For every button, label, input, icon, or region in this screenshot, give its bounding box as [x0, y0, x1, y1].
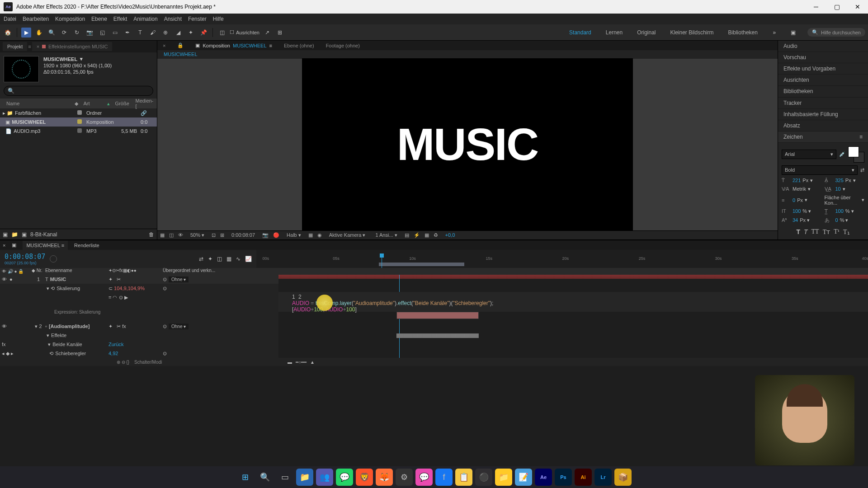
tsume-input[interactable]: 0 [835, 217, 838, 223]
panel-bibliotheken[interactable]: Bibliotheken [778, 86, 868, 97]
app-explorer[interactable]: 📁 [296, 469, 313, 486]
views-dropdown[interactable]: 1 Ansi... ▾ [373, 231, 400, 239]
layer-bar-music[interactable] [278, 275, 868, 279]
zoom-tool[interactable]: 🔍 [47, 28, 57, 38]
panel-audio[interactable]: Audio [778, 41, 868, 52]
workspace-lernen[interactable]: Lernen [603, 28, 625, 38]
mask-icon[interactable]: 👁 [178, 232, 183, 238]
grid-icon[interactable]: ⊞ [220, 232, 224, 238]
layer-audioamplitude[interactable]: 👁 ▾ 2 ▫ [Audioamplitude] ✦ ✂ fx ⊙ Ohne ▾ [0, 322, 278, 331]
align-checkbox[interactable]: ☐ Ausrichten [230, 29, 259, 35]
swap-colors-icon[interactable]: ⇄ [860, 167, 864, 173]
search-button[interactable]: 🔍 [256, 469, 274, 486]
rect-tool[interactable]: ▭ [110, 28, 120, 38]
transparent-icon[interactable]: ▦ [308, 232, 313, 238]
allcaps-button[interactable]: TT [811, 228, 819, 236]
app-illustrator[interactable]: Ai [575, 469, 592, 486]
app-messenger[interactable]: 💬 [415, 469, 433, 486]
tab-projekt[interactable]: Projekt [3, 42, 27, 51]
app-generic1[interactable]: ⚙ [396, 469, 413, 486]
workspace-panel-toggle[interactable]: ▣ [788, 28, 798, 38]
panel-absatz[interactable]: Absatz [778, 120, 868, 131]
res-dropdown[interactable]: Halb ▾ [284, 231, 304, 239]
maximize-button[interactable]: ▢ [826, 0, 847, 14]
timeline-icon[interactable]: ▦ [425, 232, 429, 238]
workspace-original[interactable]: Original [634, 28, 658, 38]
trash-icon[interactable]: 🗑 [149, 231, 154, 238]
work-area[interactable] [379, 263, 464, 266]
new-folder-icon[interactable]: 📁 [11, 231, 18, 238]
start-button[interactable]: ⊞ [236, 469, 254, 486]
tracking-input[interactable]: 10 [835, 186, 841, 192]
fill-over-stroke-dropdown[interactable]: Fläche über Kon... [825, 195, 860, 206]
selection-tool[interactable]: ▶ [21, 28, 31, 38]
time-ruler[interactable]: 00s 05s 10s 15s 20s 25s 30s 35s 40s [256, 250, 868, 268]
panel-vorschau[interactable]: Vorschau [778, 52, 868, 63]
leading-input[interactable]: 325 [835, 178, 844, 183]
comp-close-icon[interactable]: × [160, 41, 168, 50]
type-tool[interactable]: T [135, 28, 145, 38]
shy-icon[interactable]: ◫ [217, 256, 222, 262]
project-item-folder[interactable]: ▸ 📁 Farbflächen Ordner 🔗 [0, 108, 157, 117]
subscript-button[interactable]: T₁ [843, 228, 850, 236]
hscale-input[interactable]: 100 [835, 208, 844, 214]
comp-lock-icon[interactable]: 🔒 [175, 41, 186, 50]
rotation-tool[interactable]: ↻ [72, 28, 82, 38]
minimize-button[interactable]: ─ [806, 0, 826, 14]
zoom-out-icon[interactable]: ▬ [288, 360, 292, 365]
zoom-slider[interactable]: ━○━━ [296, 360, 307, 365]
workspace-bibl[interactable]: Bibliotheken [726, 28, 760, 38]
menu-datei[interactable]: Datei [4, 16, 16, 22]
menu-ansicht[interactable]: Ansicht [164, 16, 182, 22]
timecode-display[interactable]: 0:00:08:07 [229, 231, 258, 239]
expression-code[interactable]: AUDIO = thisComp.layer("Audioamplitude")… [292, 300, 854, 306]
toggle-switches-icon[interactable]: ⊕ [117, 360, 120, 365]
menu-hilfe[interactable]: Hilfe [213, 16, 224, 22]
taskview-button[interactable]: ▭ [276, 469, 293, 486]
workspace-standard[interactable]: Standard [566, 28, 594, 38]
panel-inhaltsbasiert[interactable]: Inhaltsbasierte Füllung [778, 109, 868, 120]
toggle-brackets-icon[interactable]: {} [126, 360, 129, 365]
new-comp-icon[interactable]: ▣ [22, 231, 27, 238]
app-generic3[interactable]: 📦 [614, 469, 632, 486]
menu-komposition[interactable]: Komposition [55, 16, 85, 22]
app-brave[interactable]: 🦁 [356, 469, 373, 486]
tab-ebene[interactable]: Ebene (ohne) [281, 41, 317, 50]
pan-behind-tool[interactable]: ◱ [97, 28, 107, 38]
prop-schieberegler[interactable]: ◂ ◆ ▸ ⟲ Schieberegler 4,92 ⊙ [0, 349, 278, 358]
draft3d-icon[interactable]: ✦ [208, 256, 212, 262]
chevron-down-icon[interactable]: ▾ [80, 56, 83, 62]
kerning-dropdown[interactable]: Metrik [793, 186, 806, 192]
close-button[interactable]: ✕ [847, 0, 868, 14]
font-size-input[interactable]: 221 [793, 178, 801, 183]
snap-grid-icon[interactable]: ⊞ [275, 28, 285, 38]
roto-tool[interactable]: ✦ [186, 28, 196, 38]
roi-icon[interactable]: ⊡ [212, 232, 216, 238]
font-family-dropdown[interactable]: Arial▾ [782, 150, 836, 159]
timeline-search[interactable] [45, 250, 199, 268]
project-item-audio[interactable]: 📄 AUDIO.mp3 MP3 5,5 MB0:0 [0, 127, 157, 136]
motion-blur-icon[interactable]: ∿ [236, 256, 241, 262]
fast-preview-icon[interactable]: ⚡ [414, 232, 420, 238]
app-firefox[interactable]: 🦊 [376, 469, 393, 486]
project-item-comp[interactable]: ▣ MUSICWHEEL Komposition 0:0 [0, 117, 157, 127]
switches-modes-label[interactable]: Schalter/Modi [134, 360, 162, 365]
layer-music[interactable]: 👁 ● 1 T MUSIC ✦ ✂ ⊙ Ohne ▾ [0, 275, 278, 284]
panel-ausrichten[interactable]: Ausrichten [778, 75, 868, 86]
snap-toggle[interactable]: ◫ [217, 28, 227, 38]
home-button[interactable]: 🏠 [3, 28, 13, 38]
snap-opts-icon[interactable]: ↗ [262, 28, 272, 38]
exposure[interactable]: +0,0 [443, 231, 458, 239]
panel-tracker[interactable]: Tracker [778, 98, 868, 109]
workspace-klein[interactable]: Kleiner Bildschirm [668, 28, 717, 38]
layer-bar-audioamp[interactable] [396, 312, 479, 319]
workspace-more-icon[interactable]: » [769, 28, 779, 38]
brush-tool[interactable]: 🖌 [148, 28, 158, 38]
panel-zeichen[interactable]: Zeichen≡ [778, 131, 868, 143]
app-whatsapp[interactable]: 💬 [336, 469, 353, 486]
tab-timeline-comp[interactable]: MUSICWHEEL ≡ [23, 241, 68, 250]
3d-icon[interactable]: ◉ [317, 232, 322, 238]
hand-tool[interactable]: ✋ [34, 28, 44, 38]
snapshot-icon[interactable]: 📷 [262, 232, 269, 238]
tab-effekteinstellungen[interactable]: ×Effekteinstellungen MUSIC [32, 42, 113, 51]
